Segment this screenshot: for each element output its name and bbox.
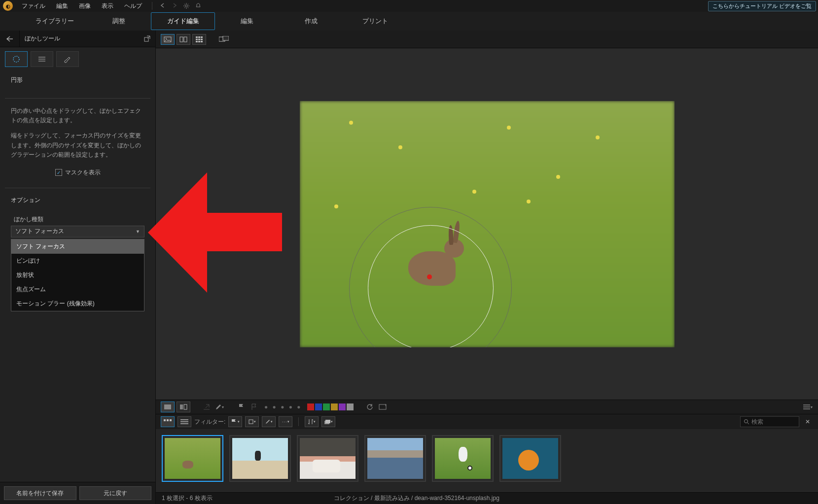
option-soft-focus[interactable]: ソフト フォーカス <box>11 239 144 254</box>
blur-inner-circle[interactable] <box>368 225 494 347</box>
svg-rect-11 <box>198 38 200 40</box>
svg-point-28 <box>745 420 748 423</box>
option-out-of-focus[interactable]: ピンぼけ <box>11 254 144 268</box>
crop-sync-icon[interactable] <box>377 402 388 412</box>
rotate-icon[interactable] <box>364 402 375 412</box>
menu-help[interactable]: ヘルプ <box>119 0 147 12</box>
svg-rect-13 <box>196 41 198 42</box>
shape-circle-tab[interactable] <box>5 51 28 67</box>
settings-icon[interactable] <box>181 0 192 11</box>
blur-center-handle[interactable] <box>427 274 432 279</box>
menu-view[interactable]: 表示 <box>97 0 118 12</box>
blur-type-options-list: ソフト フォーカス ピンぼけ 放射状 焦点ズーム モーション ブラー (残像効果… <box>11 239 144 311</box>
save-as-button[interactable]: 名前を付けて保存 <box>4 486 76 500</box>
reject-flag-icon[interactable] <box>249 402 259 412</box>
svg-rect-17 <box>223 36 229 40</box>
thumbnail[interactable] <box>229 435 291 482</box>
thumbnail[interactable] <box>432 435 494 482</box>
status-selection: 1 枚選択 - 6 枚表示 <box>162 494 213 503</box>
tag-none[interactable] <box>347 403 354 410</box>
option-radial[interactable]: 放射状 <box>11 268 144 282</box>
module-create[interactable]: 作成 <box>279 13 343 30</box>
menu-image[interactable]: 画像 <box>74 0 96 12</box>
export-icon[interactable] <box>201 402 212 412</box>
thumbnail[interactable] <box>162 435 223 482</box>
stack-icon[interactable]: ▾ <box>321 416 335 427</box>
strip-thumbs-icon[interactable] <box>161 416 175 427</box>
svg-rect-27 <box>325 420 330 423</box>
flag-icon[interactable] <box>236 402 247 412</box>
thumbnail[interactable] <box>499 435 561 482</box>
tag-green[interactable] <box>323 403 330 410</box>
back-button[interactable] <box>0 31 20 47</box>
svg-rect-5 <box>180 37 183 42</box>
view-single-icon[interactable] <box>161 34 175 45</box>
shape-section-title: 円形 <box>11 76 144 84</box>
status-path: コレクション / 最新読み込み / dean-ward-352164-unspl… <box>334 494 499 503</box>
svg-rect-10 <box>196 38 198 40</box>
show-mask-checkbox[interactable]: ✓ マスクを表示 <box>11 166 144 180</box>
svg-rect-15 <box>201 41 203 42</box>
svg-rect-22 <box>164 419 166 421</box>
edit-pencil-icon[interactable]: ▾ <box>214 402 225 412</box>
shape-linear-tab[interactable] <box>31 51 53 67</box>
more-menu-icon[interactable]: ▾ <box>802 402 813 412</box>
options-section-title: オプション <box>11 196 144 204</box>
module-adjust[interactable]: 調整 <box>87 13 151 30</box>
filter-flag-icon[interactable]: ▾ <box>228 416 242 427</box>
rating-dots[interactable]: ● ● ● ● ● <box>264 403 302 410</box>
module-edit[interactable]: 編集 <box>215 13 279 30</box>
svg-point-4 <box>166 38 167 39</box>
option-motion-blur[interactable]: モーション ブラー (残像効果) <box>11 297 144 311</box>
module-library[interactable]: ライブラリー <box>23 13 87 30</box>
menu-edit[interactable]: 編集 <box>51 0 73 12</box>
divider <box>5 98 150 99</box>
menu-file[interactable]: ファイル <box>17 0 50 12</box>
chevron-down-icon: ▼ <box>136 229 140 234</box>
tag-yellow[interactable] <box>331 403 338 410</box>
search-box[interactable] <box>740 416 799 427</box>
redo-icon[interactable] <box>169 0 180 11</box>
layout-split-icon[interactable] <box>177 402 190 412</box>
filter-edit-icon[interactable]: ▾ <box>262 416 276 427</box>
svg-rect-23 <box>167 419 169 421</box>
view-secondary-icon[interactable] <box>217 34 231 45</box>
svg-rect-18 <box>164 404 171 409</box>
clear-search-icon[interactable]: ✕ <box>802 418 813 425</box>
help-text-1: 円の赤い中心点をドラッグして、ぼかしエフェクトの焦点を設定します。 <box>11 106 144 125</box>
undo-icon[interactable] <box>157 0 168 11</box>
tool-title: ぼかしツール <box>20 34 140 43</box>
strip-list-icon[interactable] <box>178 416 191 427</box>
checkbox-checked-icon: ✓ <box>55 169 62 176</box>
filter-label-icon[interactable]: ▾ <box>245 416 259 427</box>
svg-rect-24 <box>170 419 172 421</box>
blur-type-label: ぼかし種類 <box>14 215 144 224</box>
tag-purple[interactable] <box>339 403 346 410</box>
reset-button[interactable]: 元に戻す <box>79 486 152 500</box>
search-icon <box>744 419 749 425</box>
color-tags[interactable] <box>307 403 354 410</box>
view-grid-icon[interactable] <box>192 34 206 45</box>
app-logo[interactable]: ◐ <box>3 1 13 11</box>
filter-rating-icon[interactable]: ···▾ <box>279 416 292 427</box>
popout-icon[interactable] <box>140 35 155 42</box>
tutorial-button[interactable]: こちらからチュートリアル ビデオをご覧 <box>708 1 816 11</box>
svg-point-0 <box>185 5 188 7</box>
view-compare-icon[interactable] <box>177 34 190 45</box>
blur-type-dropdown[interactable]: ソフト フォーカス ▼ ソフト フォーカス ピンぼけ 放射状 焦点ズーム モーシ… <box>11 226 144 237</box>
tag-blue[interactable] <box>315 403 322 410</box>
thumbnail[interactable] <box>364 435 426 482</box>
sort-icon[interactable]: ▾ <box>305 416 319 427</box>
notifications-icon[interactable] <box>193 0 204 11</box>
module-print[interactable]: プリント <box>343 13 407 30</box>
module-guided[interactable]: ガイド編集 <box>151 12 215 30</box>
layout-normal-icon[interactable] <box>161 402 175 412</box>
svg-rect-20 <box>184 404 187 409</box>
search-input[interactable] <box>751 418 791 425</box>
thumbnail[interactable] <box>297 435 358 482</box>
svg-rect-12 <box>201 38 203 40</box>
shape-brush-tab[interactable] <box>56 51 79 67</box>
option-focal-zoom[interactable]: 焦点ズーム <box>11 282 144 297</box>
tag-red[interactable] <box>307 403 314 410</box>
preview-image[interactable] <box>300 101 675 347</box>
